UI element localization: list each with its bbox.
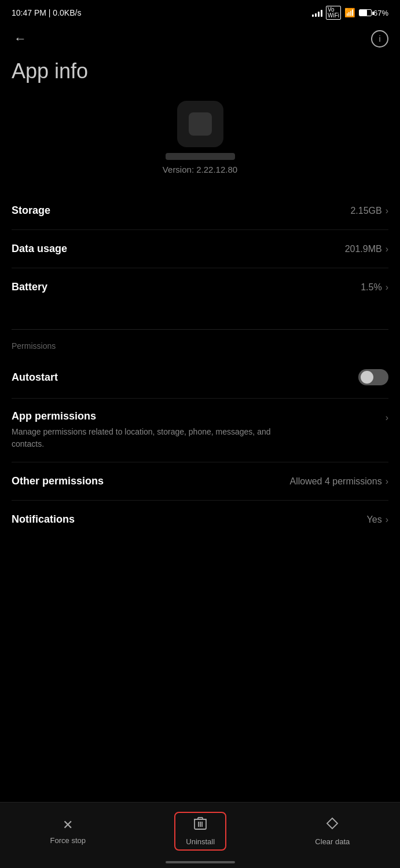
storage-chevron: ›	[386, 206, 388, 216]
battery-icon: 67%	[359, 9, 388, 17]
storage-row[interactable]: Storage 2.15GB ›	[12, 192, 388, 230]
status-network: 0.0KB/s	[53, 8, 81, 17]
battery-percent: 67%	[373, 9, 388, 17]
page-title: App info	[0, 53, 400, 95]
other-permissions-row[interactable]: Other permissions Allowed 4 permissions …	[12, 462, 388, 501]
section-gap-1	[0, 306, 400, 329]
clear-data-button[interactable]: Clear data	[303, 812, 361, 851]
app-name-bar	[166, 153, 235, 160]
storage-label: Storage	[12, 205, 50, 217]
bottom-bar: ✕ Force stop Uninstall Clear data	[0, 802, 400, 868]
data-usage-row[interactable]: Data usage 201.9MB ›	[12, 230, 388, 268]
app-permissions-title: App permissions	[12, 410, 289, 422]
status-icons: VoWiFi 📶 67%	[312, 6, 388, 20]
top-nav: ← i	[0, 24, 400, 53]
battery-label: Battery	[12, 281, 47, 293]
app-permissions-chevron: ›	[386, 413, 388, 423]
status-time-network: 10:47 PM | 0.0KB/s	[12, 8, 81, 17]
storage-value: 2.15GB ›	[350, 206, 388, 216]
back-button[interactable]: ←	[12, 29, 29, 49]
toggle-knob	[361, 371, 373, 384]
autostart-toggle[interactable]	[358, 369, 388, 385]
clear-data-label: Clear data	[315, 837, 350, 846]
uninstall-label: Uninstall	[186, 837, 215, 846]
autostart-label: Autostart	[12, 371, 58, 384]
info-icon: i	[379, 34, 380, 43]
app-permissions-row[interactable]: App permissions Manage permissions relat…	[12, 399, 388, 462]
app-version: Version: 2.22.12.80	[163, 165, 237, 174]
battery-chevron: ›	[386, 282, 388, 293]
data-usage-chevron: ›	[386, 244, 388, 254]
app-permissions-header: App permissions Manage permissions relat…	[12, 410, 388, 450]
app-icon-area: Version: 2.22.12.80	[0, 95, 400, 192]
force-stop-icon: ✕	[63, 818, 73, 833]
app-permissions-subtitle: Manage permissions related to location, …	[12, 426, 289, 450]
uninstall-icon	[194, 816, 207, 834]
data-usage-value: 201.9MB ›	[345, 244, 388, 254]
permissions-section: Autostart App permissions Manage permiss…	[0, 356, 400, 538]
data-usage-label: Data usage	[12, 243, 67, 255]
battery-value: 1.5% ›	[361, 282, 388, 293]
uninstall-button[interactable]: Uninstall	[174, 812, 226, 851]
app-icon	[177, 101, 223, 147]
storage-section: Storage 2.15GB › Data usage 201.9MB › Ba…	[0, 192, 400, 306]
status-time: 10:47 PM	[12, 8, 46, 17]
notifications-row[interactable]: Notifications Yes ›	[12, 501, 388, 538]
force-stop-label: Force stop	[50, 836, 86, 845]
other-permissions-value: Allowed 4 permissions ›	[289, 476, 388, 487]
permissions-section-label: Permissions	[0, 330, 400, 356]
force-stop-button[interactable]: ✕ Force stop	[39, 813, 97, 849]
status-bar: 10:47 PM | 0.0KB/s VoWiFi 📶 67%	[0, 0, 400, 24]
wifi-icon: 📶	[344, 8, 355, 18]
home-indicator	[166, 861, 235, 863]
battery-row[interactable]: Battery 1.5% ›	[12, 268, 388, 306]
notifications-label: Notifications	[12, 513, 75, 526]
autostart-row[interactable]: Autostart	[12, 356, 388, 399]
signal-icon	[312, 9, 322, 17]
vowifi-icon: VoWiFi	[326, 6, 341, 20]
other-permissions-chevron: ›	[386, 476, 388, 487]
other-permissions-label: Other permissions	[12, 475, 104, 487]
notifications-value: Yes ›	[367, 515, 388, 525]
clear-data-icon	[325, 816, 339, 834]
info-button[interactable]: i	[371, 30, 388, 48]
notifications-chevron: ›	[386, 515, 388, 525]
